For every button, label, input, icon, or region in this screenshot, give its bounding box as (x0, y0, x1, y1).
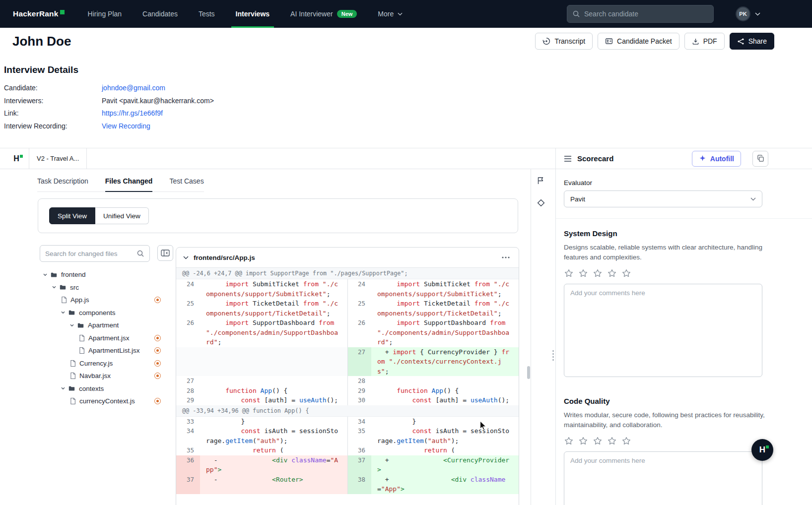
diff-options-button[interactable] (500, 254, 512, 260)
tree-item-currencycontext-js[interactable]: currencyContext.js (40, 395, 170, 408)
diff-line-number: 28 (347, 376, 371, 386)
detail-row-link: Link:https://hr.gs/1e66f9f (4, 107, 214, 120)
nav-item-more[interactable]: More (367, 0, 413, 28)
pdf-button[interactable]: PDF (684, 33, 725, 50)
tab-test-cases[interactable]: Test Cases (169, 177, 203, 191)
star-icon[interactable] (578, 268, 588, 278)
detail-value-link[interactable]: johndoe@gmail.com (102, 82, 165, 95)
candidate-search-input[interactable] (584, 10, 708, 18)
folder-icon (77, 322, 84, 329)
candidate-search[interactable] (567, 5, 714, 23)
tree-item-currency-js[interactable]: Currency.js (40, 357, 170, 370)
diff-line-number: 25 (347, 299, 371, 318)
nav-item-interviews[interactable]: Interviews (225, 0, 280, 28)
nav-item-hiring-plan[interactable]: Hiring Plan (77, 0, 132, 28)
detail-label: Interview Recording: (4, 120, 102, 133)
file-search-input[interactable] (45, 250, 136, 257)
section-description: Designs scalable, reliable systems with … (564, 243, 768, 262)
tab-task-description[interactable]: Task Description (37, 177, 88, 191)
tree-item-src[interactable]: src (40, 281, 170, 294)
diff-line-number: 26 (347, 318, 371, 347)
tree-item-navbar-jsx[interactable]: Navbar.jsx (40, 370, 170, 382)
folder-icon (68, 309, 75, 316)
brand-green-square-icon (60, 10, 65, 14)
tree-item-contexts[interactable]: contexts (40, 382, 170, 395)
tree-item-label: App.js (70, 296, 89, 304)
comment-input[interactable] (564, 284, 762, 377)
collapse-file-panel-button[interactable] (157, 245, 173, 261)
star-icon[interactable] (564, 268, 574, 278)
tab-files-changed[interactable]: Files Changed (105, 177, 153, 192)
tree-item-apartment-jsx[interactable]: Apartment.jsx (40, 332, 170, 345)
hackerrank-logo[interactable]: HackerRank (0, 0, 77, 28)
star-icon[interactable] (621, 268, 631, 278)
star-icon[interactable] (621, 436, 631, 446)
changed-files-tree: frontendsrcApp.jscomponentsApartmentApar… (40, 268, 170, 408)
share-icon (737, 38, 744, 45)
diff-code-line: function App() { (371, 386, 519, 396)
file-search[interactable] (40, 245, 150, 262)
autofill-button[interactable]: Autofill (692, 151, 741, 167)
session-tab[interactable]: V2 - Travel A... (29, 148, 87, 169)
diff-line-number: 37 (347, 455, 371, 475)
file-icon (78, 347, 85, 354)
star-icon[interactable] (593, 436, 603, 446)
nav-item-label: More (378, 10, 394, 18)
flag-marker-icon[interactable] (536, 176, 545, 185)
nav-item-tests[interactable]: Tests (188, 0, 225, 28)
diff-code-line: + import { CurrencyProvider } from "./co… (371, 347, 519, 377)
chevron-down-icon (69, 323, 74, 328)
scrollbar-thumb[interactable] (527, 366, 530, 379)
tree-item-apartment[interactable]: Apartment (40, 319, 170, 332)
user-menu[interactable]: PK (736, 6, 760, 21)
chevron-down-icon[interactable] (183, 256, 189, 259)
avatar[interactable]: PK (736, 6, 750, 21)
modified-indicator-icon (154, 297, 161, 303)
evaluator-select[interactable]: Pavit (564, 190, 762, 207)
folder-icon (50, 271, 58, 278)
diff-line-number: 34 (347, 417, 371, 427)
diff-row: 36 - <div className="App">37 + <Currency… (176, 455, 519, 475)
detail-label: Link: (4, 107, 102, 120)
candidate-packet-button[interactable]: Candidate Packet (598, 33, 679, 50)
diamond-marker-icon[interactable] (536, 198, 546, 208)
star-icon[interactable] (564, 436, 574, 446)
diff-line-number: 26 (176, 318, 200, 347)
nav-item-ai-interviewer[interactable]: AI InterviewerNew (280, 0, 367, 28)
share-button[interactable]: Share (730, 33, 774, 50)
diff-line-number: 36 (347, 445, 371, 455)
diff-file-header: frontend/src/App.js (176, 248, 519, 268)
comment-input[interactable] (564, 451, 762, 505)
nav-item-candidates[interactable]: Candidates (132, 0, 188, 28)
hackerrank-floating-button[interactable]: H (751, 439, 773, 461)
diff-line-number: 33 (176, 417, 200, 427)
tree-item-frontend[interactable]: frontend (40, 268, 170, 281)
star-icon[interactable] (607, 268, 617, 278)
diff-code-line: const [auth] = useAuth(); (200, 395, 347, 405)
main-nav: Hiring PlanCandidatesTestsInterviewsAI I… (77, 0, 413, 28)
pane-resize-handle[interactable] (552, 350, 554, 361)
star-icon[interactable] (593, 268, 603, 278)
diff-line-number: 30 (347, 395, 371, 405)
transcript-button[interactable]: Transcript (535, 33, 593, 50)
diff-code-line (371, 376, 519, 386)
brand-text: HackerRank (13, 9, 59, 18)
scorecard-section-system-design: System DesignDesigns scalable, reliable … (564, 229, 768, 377)
tree-item-apartmentlist-jsx[interactable]: ApartmentList.jsx (40, 344, 170, 357)
tree-item-app-js[interactable]: App.js (40, 294, 170, 307)
diff-file-path: frontend/src/App.js (194, 254, 255, 261)
star-icon[interactable] (607, 436, 617, 446)
view-toggle-unified-view[interactable]: Unified View (95, 207, 149, 224)
copy-scorecard-button[interactable] (752, 151, 768, 167)
star-icon[interactable] (578, 436, 588, 446)
diff-code-line: import SupportDashboard from "./componen… (200, 318, 347, 347)
detail-value-link[interactable]: View Recording (102, 120, 150, 133)
tree-item-components[interactable]: components (40, 307, 170, 319)
chevron-down-icon (61, 310, 66, 315)
scorecard-menu-icon[interactable] (564, 156, 572, 162)
download-icon (692, 38, 699, 45)
nav-item-label: Candidates (142, 10, 178, 18)
view-toggle-split-view[interactable]: Split View (49, 207, 95, 224)
detail-value-link[interactable]: https://hr.gs/1e66f9f (102, 107, 163, 120)
diff-code-line: + <CurrencyProvider> (371, 455, 519, 475)
